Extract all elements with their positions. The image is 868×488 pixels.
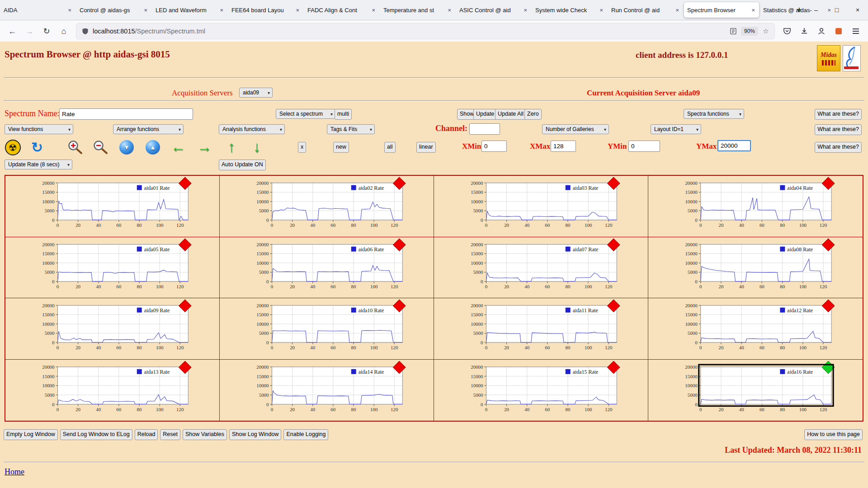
- downloads-icon[interactable]: [797, 24, 811, 38]
- what-are-these-button-1[interactable]: What are these?: [815, 109, 862, 120]
- tab-close-icon[interactable]: ×: [295, 7, 300, 14]
- minimize-button[interactable]: –: [806, 0, 826, 20]
- spectra-functions-dropdown[interactable]: Spectra functions ▾: [684, 109, 744, 119]
- home-button[interactable]: ⌂: [56, 23, 71, 39]
- maximize-button[interactable]: □: [826, 0, 847, 20]
- auto-update-button[interactable]: Auto Update ON: [219, 160, 266, 170]
- tab-close-icon[interactable]: ×: [143, 7, 148, 14]
- what-are-these-button-2[interactable]: What are these?: [815, 124, 862, 135]
- spectrum-panel-aida09[interactable]: 02040608010012005000100001500020000aida0…: [5, 298, 220, 360]
- new-tab-button[interactable]: +: [793, 3, 806, 17]
- acquisition-server-select[interactable]: aida09 ▾: [239, 88, 273, 98]
- tab-close-icon[interactable]: ×: [599, 7, 604, 14]
- tab-close-icon[interactable]: ×: [750, 7, 756, 14]
- spectrum-panel-aida03[interactable]: 02040608010012005000100001500020000aida0…: [434, 176, 648, 237]
- shield-icon[interactable]: [81, 27, 89, 35]
- reader-mode-icon[interactable]: [729, 27, 737, 35]
- layout-id-dropdown[interactable]: Layout ID=1 ▾: [651, 124, 701, 134]
- channel-input[interactable]: [469, 123, 500, 135]
- enable-logging-button[interactable]: Enable Logging: [283, 429, 328, 440]
- reload-button[interactable]: Reload: [135, 429, 158, 440]
- reset-button[interactable]: Reset: [160, 429, 180, 440]
- back-button[interactable]: ←: [5, 23, 20, 39]
- pan-down-button[interactable]: ↓: [248, 137, 266, 155]
- ymax-input[interactable]: [717, 140, 751, 151]
- tab-close-icon[interactable]: ×: [675, 7, 680, 14]
- tab-aida[interactable]: AIDA×: [0, 2, 75, 18]
- tab-close-icon[interactable]: ×: [523, 7, 528, 14]
- spectrum-panel-aida12[interactable]: 02040608010012005000100001500020000aida1…: [648, 298, 863, 360]
- view-functions-dropdown[interactable]: View functions ▾: [5, 124, 73, 134]
- arrange-functions-dropdown[interactable]: Arrange functions ▾: [113, 124, 184, 134]
- zoom-level-badge[interactable]: 90%: [741, 27, 758, 36]
- zero-button[interactable]: Zero: [524, 109, 542, 120]
- spectrum-panel-aida02[interactable]: 02040608010012005000100001500020000aida0…: [220, 176, 434, 237]
- spectrum-panel-aida11[interactable]: 02040608010012005000100001500020000aida1…: [434, 298, 648, 360]
- tab-close-icon[interactable]: ×: [219, 7, 224, 14]
- spectrum-panel-aida06[interactable]: 02040608010012005000100001500020000aida0…: [220, 237, 434, 299]
- update-rate-dropdown[interactable]: Update Rate (8 secs) ▾: [5, 160, 72, 169]
- linear-button[interactable]: linear: [416, 142, 436, 153]
- spectrum-panel-aida16[interactable]: 02040608010012005000100001500020000aida1…: [648, 360, 863, 421]
- x-scale-button[interactable]: x: [298, 142, 306, 153]
- show-log-window-button[interactable]: Show Log Window: [229, 429, 282, 440]
- spectrum-panel-aida05[interactable]: 02040608010012005000100001500020000aida0…: [5, 237, 220, 299]
- select-spectrum-dropdown[interactable]: Select a spectrum ▾: [276, 109, 335, 119]
- pan-right-button[interactable]: →: [195, 137, 213, 155]
- xmin-input[interactable]: [481, 141, 507, 152]
- close-button[interactable]: ×: [847, 0, 868, 20]
- spectrum-panel-aida07[interactable]: 02040608010012005000100001500020000aida0…: [434, 237, 648, 299]
- url-text[interactable]: localhost:8015/Spectrum/Spectrum.tml: [93, 28, 726, 35]
- zoom-in-button[interactable]: [66, 138, 84, 156]
- tab-system-wide-check[interactable]: System wide Check×: [532, 2, 607, 18]
- multi-button[interactable]: multi: [335, 109, 352, 120]
- spectrum-panel-aida10[interactable]: 02040608010012005000100001500020000aida1…: [220, 298, 434, 360]
- spectrum-name-input[interactable]: [59, 108, 193, 120]
- number-of-galleries-dropdown[interactable]: Number of Galleries ▾: [542, 124, 609, 134]
- home-link[interactable]: Home: [5, 467, 24, 477]
- update-button[interactable]: Update: [473, 109, 497, 120]
- ymin-input[interactable]: [628, 141, 660, 152]
- tab-spectrum-browser[interactable]: Spectrum Browser×: [684, 2, 759, 18]
- y-scale-down-button[interactable]: ▼: [118, 138, 136, 156]
- tab-temperature-and-st[interactable]: Temperature and st×: [380, 2, 455, 18]
- midas-logo[interactable]: Midas: [817, 45, 840, 71]
- all-button[interactable]: all: [384, 142, 396, 153]
- address-bar[interactable]: localhost:8015/Spectrum/Spectrum.tml 90%…: [76, 23, 775, 39]
- show-variables-button[interactable]: Show Variables: [183, 429, 227, 440]
- spectrum-panel-aida13[interactable]: 02040608010012005000100001500020000aida1…: [5, 360, 220, 421]
- y-scale-up-button[interactable]: ▲: [144, 138, 162, 156]
- bookmark-star-icon[interactable]: ☆: [762, 27, 770, 35]
- forward-button[interactable]: →: [22, 23, 37, 39]
- tab-close-icon[interactable]: ×: [67, 7, 72, 14]
- tcl-logo[interactable]: [843, 45, 861, 71]
- tab-fee64-board-layou[interactable]: FEE64 board Layou×: [228, 2, 303, 18]
- new-button[interactable]: new: [333, 142, 349, 153]
- reload-button[interactable]: ↻: [39, 23, 54, 39]
- zoom-out-button[interactable]: [91, 138, 109, 156]
- update-all-button[interactable]: Update All: [495, 109, 526, 120]
- tab-led-and-waveform[interactable]: LED and Waveform×: [152, 2, 227, 18]
- spectrum-panel-aida08[interactable]: 02040608010012005000100001500020000aida0…: [648, 237, 863, 299]
- send-log-window-to-elog-button[interactable]: Send Log Window to ELog: [60, 429, 132, 440]
- spectrum-panel-aida04[interactable]: 02040608010012005000100001500020000aida0…: [648, 176, 863, 237]
- xmax-input[interactable]: [551, 141, 576, 152]
- spectrum-panel-aida01[interactable]: 02040608010012005000100001500020000aida0…: [5, 176, 220, 237]
- tab-close-icon[interactable]: ×: [447, 7, 452, 14]
- spectrum-panel-aida15[interactable]: 02040608010012005000100001500020000aida1…: [434, 360, 648, 421]
- pan-left-button[interactable]: ←: [169, 137, 187, 155]
- refresh-button[interactable]: ↻: [28, 138, 46, 156]
- tab-control-aidas-gs[interactable]: Control @ aidas-gs×: [76, 2, 151, 18]
- tags-fits-dropdown[interactable]: Tags & Fits ▾: [327, 124, 375, 134]
- pocket-icon[interactable]: [780, 24, 794, 38]
- tab-run-control-aid[interactable]: Run Control @ aid×: [608, 2, 683, 18]
- analysis-functions-dropdown[interactable]: Analysis functions ▾: [219, 124, 285, 134]
- empty-log-window-button[interactable]: Empty Log Window: [4, 429, 58, 440]
- menu-icon[interactable]: [849, 24, 863, 38]
- tab-asic-control-aid[interactable]: ASIC Control @ aid×: [456, 2, 531, 18]
- what-are-these-button-3[interactable]: What are these?: [815, 142, 862, 153]
- tab-fadc-align-cont[interactable]: FADC Align & Cont×: [304, 2, 379, 18]
- account-icon[interactable]: [814, 24, 829, 38]
- radiation-button[interactable]: ☢: [4, 138, 22, 156]
- extension-icon[interactable]: [831, 24, 846, 38]
